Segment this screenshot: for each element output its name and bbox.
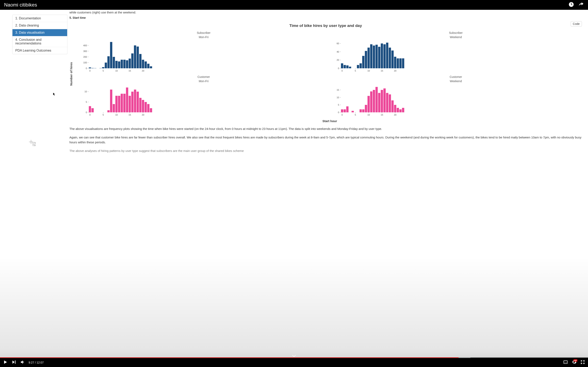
watch-later-icon[interactable] <box>568 2 574 8</box>
svg-text:5: 5 <box>86 101 87 103</box>
svg-text:15: 15 <box>337 89 339 91</box>
svg-rect-160 <box>564 361 567 364</box>
chart-panel-customer-monfri: CustomerMon-Fri051005101520 <box>78 74 330 118</box>
svg-rect-62 <box>341 63 343 68</box>
svg-text:15: 15 <box>129 69 131 72</box>
svg-text:5: 5 <box>103 69 104 72</box>
settings-icon[interactable]: HD <box>572 360 577 365</box>
section-heading: 5. Start time <box>69 16 582 19</box>
svg-rect-153 <box>391 100 394 112</box>
chart-title: Time of bike hires by user type and day <box>69 24 582 28</box>
chart-panel-title: SubscriberWeekend <box>332 31 580 39</box>
chart-panel-title: CustomerMon-Fri <box>80 75 328 83</box>
svg-text:400: 400 <box>83 44 87 47</box>
svg-text:10: 10 <box>115 69 118 72</box>
svg-rect-82 <box>399 58 402 68</box>
svg-rect-141 <box>360 109 362 112</box>
hd-badge: HD <box>573 359 577 362</box>
svg-rect-73 <box>375 45 378 68</box>
svg-text:15: 15 <box>380 114 383 116</box>
svg-rect-154 <box>394 105 396 112</box>
svg-rect-105 <box>115 96 118 112</box>
svg-text:60: 60 <box>337 42 339 45</box>
svg-rect-139 <box>346 106 348 112</box>
toc-item[interactable]: 1. Documentation <box>12 15 67 22</box>
volume-icon[interactable] <box>20 360 25 365</box>
svg-rect-81 <box>397 58 399 68</box>
svg-rect-34 <box>126 60 128 68</box>
svg-text:10: 10 <box>367 114 370 116</box>
table-of-contents: 1. Documentation2. Data cleaning3. Data … <box>12 15 67 54</box>
svg-rect-102 <box>107 110 110 112</box>
toc-item[interactable]: 2. Data cleaning <box>12 22 67 29</box>
toc-item[interactable]: PDA Learning Outcomes <box>12 47 67 54</box>
chart-y-axis-label: Number of hires <box>69 62 78 86</box>
time-display: 9:27 / 12:07 <box>29 361 44 364</box>
svg-text:0: 0 <box>89 114 90 116</box>
svg-text:0: 0 <box>86 67 87 69</box>
svg-rect-63 <box>344 65 346 68</box>
toc-item[interactable]: 4. Conclusion and recommendations <box>12 36 67 47</box>
share-icon[interactable] <box>578 2 584 8</box>
svg-rect-118 <box>150 108 152 112</box>
svg-text:15: 15 <box>129 114 131 116</box>
chart-panel-svg: 05101505101520 <box>332 85 405 117</box>
lead-text: while customers (right) use them at the … <box>69 11 582 14</box>
svg-text:0: 0 <box>338 111 339 114</box>
svg-text:15: 15 <box>380 69 383 72</box>
svg-rect-113 <box>137 92 139 112</box>
chart-block: Time of bike hires by user type and day … <box>69 24 582 123</box>
svg-rect-37 <box>134 45 136 68</box>
svg-rect-115 <box>142 100 144 112</box>
svg-rect-104 <box>113 104 115 112</box>
svg-rect-77 <box>386 43 388 68</box>
svg-rect-32 <box>121 60 123 68</box>
svg-rect-30 <box>115 61 118 68</box>
chapter-caret-icon[interactable] <box>292 354 296 358</box>
svg-rect-111 <box>131 92 134 112</box>
svg-rect-151 <box>386 93 388 112</box>
svg-text:0: 0 <box>338 67 339 69</box>
code-button[interactable]: Code <box>571 21 582 26</box>
exit-fullscreen-icon[interactable] <box>580 360 585 365</box>
chart-panel-svg: 020406005101520 <box>332 41 405 73</box>
svg-rect-64 <box>346 66 348 68</box>
chart-panel-title: SubscriberMon-Fri <box>80 31 328 39</box>
svg-text:10: 10 <box>115 114 118 116</box>
svg-rect-79 <box>391 50 394 68</box>
svg-rect-21 <box>89 67 91 68</box>
svg-rect-75 <box>381 43 383 68</box>
svg-rect-42 <box>147 64 149 68</box>
svg-text:5: 5 <box>338 104 339 106</box>
svg-rect-36 <box>131 53 134 68</box>
svg-rect-107 <box>121 94 123 112</box>
toc-item[interactable]: 3. Data visualisation <box>12 29 67 36</box>
svg-rect-66 <box>357 65 359 68</box>
svg-rect-148 <box>378 93 380 112</box>
svg-text:300: 300 <box>83 50 87 52</box>
svg-rect-110 <box>129 96 131 112</box>
svg-rect-65 <box>349 67 351 68</box>
svg-rect-117 <box>147 104 149 112</box>
chart-panel-subscriber-weekend: SubscriberWeekend020406005101520 <box>330 30 582 74</box>
next-icon[interactable] <box>11 360 16 365</box>
svg-text:20: 20 <box>337 59 339 61</box>
svg-text:20: 20 <box>394 114 396 116</box>
svg-rect-83 <box>402 58 404 68</box>
svg-text:20: 20 <box>142 114 144 116</box>
svg-rect-114 <box>139 98 141 112</box>
body-paragraph-2: Again, we can see that customer bike hir… <box>69 135 582 145</box>
video-title: Naomi citibikes <box>4 2 37 8</box>
svg-rect-25 <box>102 67 104 68</box>
svg-text:10: 10 <box>85 90 87 93</box>
play-icon[interactable] <box>3 360 8 365</box>
svg-text:0: 0 <box>89 69 90 72</box>
svg-rect-26 <box>105 63 107 68</box>
svg-rect-68 <box>362 56 364 68</box>
video-player-bar: 9:27 / 12:07 HD <box>0 358 588 367</box>
svg-rect-74 <box>378 47 380 68</box>
svg-rect-109 <box>126 87 128 112</box>
captions-icon[interactable] <box>563 360 568 365</box>
svg-rect-70 <box>367 48 370 68</box>
svg-rect-155 <box>397 108 399 112</box>
